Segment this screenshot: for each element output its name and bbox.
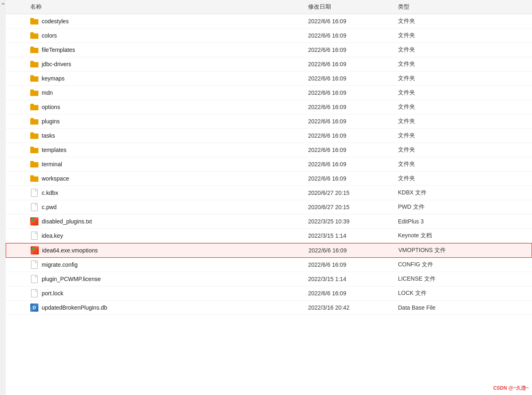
file-date: 2022/6/6 16:09 bbox=[308, 161, 398, 167]
table-row[interactable]: fileTemplates 2022/6/6 16:09 文件夹 bbox=[6, 43, 532, 57]
file-date: 2022/3/25 10:39 bbox=[308, 218, 398, 225]
file-name: terminal bbox=[42, 161, 62, 167]
file-list: codestyles 2022/6/6 16:09 文件夹 colors 202… bbox=[6, 14, 532, 315]
folder-icon bbox=[30, 117, 38, 125]
table-row[interactable]: options 2022/6/6 16:09 文件夹 bbox=[6, 100, 532, 114]
table-row[interactable]: mdn 2022/6/6 16:09 文件夹 bbox=[6, 86, 532, 100]
file-type: 文件夹 bbox=[398, 18, 524, 25]
col-name-header[interactable]: 名称 bbox=[30, 3, 308, 11]
table-row[interactable]: jdbc-drivers 2022/6/6 16:09 文件夹 bbox=[6, 57, 532, 71]
table-row[interactable]: c.pwd 2020/6/27 20:15 PWD 文件 bbox=[6, 200, 532, 214]
file-name: updatedBrokenPlugins.db bbox=[42, 304, 107, 311]
file-type: LICENSE 文件 bbox=[398, 275, 524, 283]
generic-file-icon bbox=[30, 232, 38, 240]
file-date: 2022/6/6 16:09 bbox=[308, 147, 398, 153]
file-name: mdn bbox=[42, 89, 53, 96]
table-row[interactable]: keymaps 2022/6/6 16:09 文件夹 bbox=[6, 71, 532, 86]
file-type: VMOPTIONS 文件 bbox=[398, 247, 523, 254]
file-name: disabled_plugins.txt bbox=[42, 218, 92, 225]
folder-icon bbox=[30, 46, 38, 54]
file-date: 2022/6/6 16:09 bbox=[308, 118, 398, 125]
file-date: 2022/6/6 16:09 bbox=[308, 247, 398, 254]
file-date: 2022/6/6 16:09 bbox=[308, 175, 398, 182]
file-name: templates bbox=[42, 147, 67, 153]
special-file-icon bbox=[30, 217, 38, 225]
table-row[interactable]: c.kdbx 2020/6/27 20:15 KDBX 文件 bbox=[6, 186, 532, 200]
table-row[interactable]: plugin_PCWMP.license 2022/3/15 1:14 LICE… bbox=[6, 272, 532, 286]
file-name: idea.key bbox=[42, 232, 63, 239]
folder-icon bbox=[30, 60, 38, 68]
file-type: 文件夹 bbox=[398, 103, 524, 111]
file-type: KDBX 文件 bbox=[398, 189, 524, 196]
db-file-icon bbox=[30, 304, 38, 312]
file-type: 文件夹 bbox=[398, 146, 524, 154]
file-type: PWD 文件 bbox=[398, 203, 524, 211]
table-row[interactable]: tasks 2022/6/6 16:09 文件夹 bbox=[6, 129, 532, 143]
folder-icon bbox=[30, 174, 38, 183]
table-row[interactable]: terminal 2022/6/6 16:09 文件夹 bbox=[6, 157, 532, 172]
file-name: plugin_PCWMP.license bbox=[42, 276, 101, 282]
file-date: 2022/6/6 16:09 bbox=[308, 75, 398, 82]
generic-file-icon bbox=[30, 261, 38, 269]
folder-icon bbox=[30, 74, 38, 83]
file-type: CONFIG 文件 bbox=[398, 261, 524, 268]
watermark: CSDN @~久违~ bbox=[493, 385, 529, 392]
file-explorer: ⌃ 名称 修改日期 类型 codestyles 2022/6/6 16:09 文… bbox=[0, 0, 532, 315]
table-header: 名称 修改日期 类型 bbox=[6, 0, 532, 14]
folder-icon bbox=[30, 160, 38, 168]
table-row[interactable]: idea64.exe.vmoptions 2022/6/6 16:09 VMOP… bbox=[6, 243, 532, 258]
file-type: EditPlus 3 bbox=[398, 218, 524, 225]
file-date: 2022/3/15 1:14 bbox=[308, 276, 398, 282]
file-type: Keynote 文档 bbox=[398, 232, 524, 239]
table-row[interactable]: plugins 2022/6/6 16:09 文件夹 bbox=[6, 114, 532, 129]
col-type-header[interactable]: 类型 bbox=[398, 3, 524, 11]
file-name: workspace bbox=[42, 175, 69, 182]
generic-file-icon bbox=[30, 189, 38, 197]
generic-file-icon bbox=[30, 289, 38, 297]
file-date: 2020/6/27 20:15 bbox=[308, 204, 398, 210]
file-date: 2022/6/6 16:09 bbox=[308, 89, 398, 96]
table-row[interactable]: updatedBrokenPlugins.db 2022/3/16 20:42 … bbox=[6, 301, 532, 315]
folder-icon bbox=[30, 103, 38, 111]
scroll-up-arrow[interactable]: ⌃ bbox=[0, 2, 6, 9]
file-type: 文件夹 bbox=[398, 75, 524, 82]
file-date: 2022/6/6 16:09 bbox=[308, 18, 398, 25]
file-name: keymaps bbox=[42, 75, 65, 82]
file-date: 2022/6/6 16:09 bbox=[308, 261, 398, 268]
table-row[interactable]: codestyles 2022/6/6 16:09 文件夹 bbox=[6, 14, 532, 29]
file-name: fileTemplates bbox=[42, 47, 75, 53]
folder-icon bbox=[30, 31, 38, 40]
file-name: plugins bbox=[42, 118, 60, 125]
folder-icon bbox=[30, 17, 38, 25]
file-name: colors bbox=[42, 32, 57, 39]
table-row[interactable]: migrate.config 2022/6/6 16:09 CONFIG 文件 bbox=[6, 258, 532, 272]
table-row[interactable]: templates 2022/6/6 16:09 文件夹 bbox=[6, 143, 532, 157]
file-date: 2022/6/6 16:09 bbox=[308, 47, 398, 53]
file-type: 文件夹 bbox=[398, 89, 524, 96]
table-row[interactable]: disabled_plugins.txt 2022/3/25 10:39 Edi… bbox=[6, 214, 532, 229]
file-name: migrate.config bbox=[42, 261, 78, 268]
scrollbar[interactable]: ⌃ bbox=[0, 0, 6, 395]
folder-icon bbox=[30, 132, 38, 140]
file-type: 文件夹 bbox=[398, 46, 524, 54]
folder-icon bbox=[30, 89, 38, 97]
file-date: 2022/6/6 16:09 bbox=[308, 104, 398, 110]
file-date: 2022/3/15 1:14 bbox=[308, 232, 398, 239]
file-type: 文件夹 bbox=[398, 161, 524, 168]
col-date-header[interactable]: 修改日期 bbox=[308, 3, 398, 11]
file-name: c.kdbx bbox=[42, 190, 58, 196]
file-name: tasks bbox=[42, 132, 55, 139]
file-date: 2022/6/6 16:09 bbox=[308, 61, 398, 67]
file-date: 2020/6/27 20:15 bbox=[308, 190, 398, 196]
file-name: idea64.exe.vmoptions bbox=[42, 247, 98, 254]
generic-file-icon bbox=[30, 275, 38, 283]
table-row[interactable]: colors 2022/6/6 16:09 文件夹 bbox=[6, 29, 532, 43]
file-name: port.lock bbox=[42, 290, 63, 297]
table-row[interactable]: port.lock 2022/6/6 16:09 LOCK 文件 bbox=[6, 286, 532, 301]
table-row[interactable]: idea.key 2022/3/15 1:14 Keynote 文档 bbox=[6, 229, 532, 243]
table-row[interactable]: workspace 2022/6/6 16:09 文件夹 bbox=[6, 172, 532, 186]
special-file-icon bbox=[31, 246, 39, 254]
file-date: 2022/6/6 16:09 bbox=[308, 32, 398, 39]
file-date: 2022/6/6 16:09 bbox=[308, 132, 398, 139]
file-name: codestyles bbox=[42, 18, 69, 25]
